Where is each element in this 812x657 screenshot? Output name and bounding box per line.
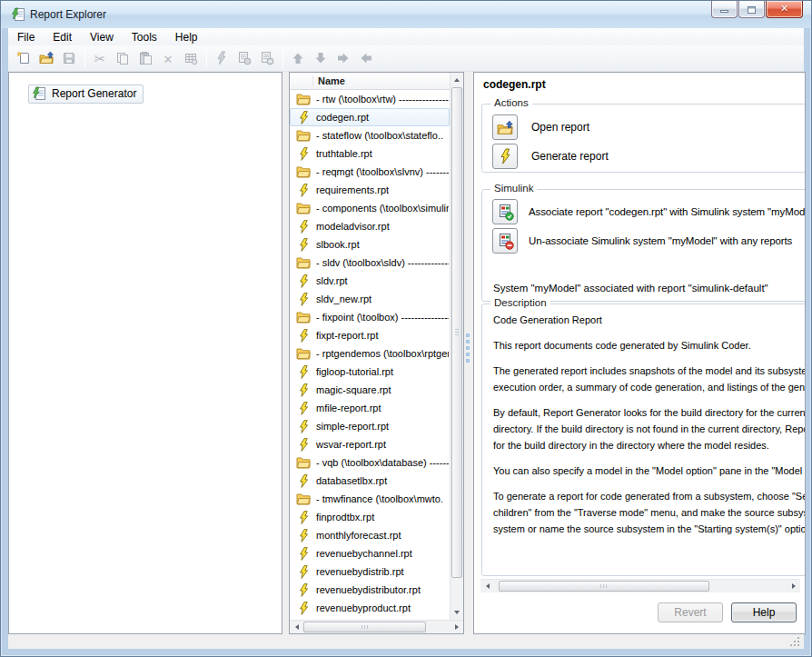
move-up-button[interactable] [287, 47, 309, 69]
description-group: Description Code Generation ReportThis r… [481, 304, 806, 576]
title-bar[interactable]: Report Explorer [1, 1, 811, 28]
copy-button[interactable] [112, 47, 134, 69]
description-line-you-can-also-specify-a-model-in-the-model-option-pane-in-the-model-loop: You can also specify a model in the "Mod… [493, 465, 806, 482]
report-bolt-icon [295, 238, 312, 252]
help-button[interactable]: Help [731, 602, 797, 622]
list-item[interactable]: simple-report.rpt [290, 417, 450, 435]
list-item[interactable]: monthlyforecast.rpt [290, 526, 450, 544]
panel-splitter[interactable] [466, 333, 470, 363]
list-item[interactable]: magic-square.rpt [290, 381, 450, 399]
toolbar-separator [206, 50, 207, 67]
list-item-label: sldv_new.rpt [316, 294, 371, 304]
close-button[interactable]: ✕ [766, 1, 803, 18]
list-item[interactable]: sldv_new.rpt [290, 290, 450, 308]
move-right-button[interactable] [332, 47, 354, 69]
list-item[interactable]: truthtable.rpt [290, 144, 450, 163]
description-line-execution-order-a-summary-of-code-generation-and-listings-of-the-generated: execution order, a summary of code gener… [493, 382, 806, 398]
associate-report-button[interactable] [233, 47, 255, 69]
list-horizontal-scrollbar[interactable] [290, 620, 463, 633]
menu-item-view[interactable]: View [81, 29, 123, 45]
list-item[interactable]: fixpt-report.rpt [290, 326, 450, 344]
description-line [493, 456, 806, 465]
edit-table-button[interactable] [180, 47, 202, 69]
maximize-button[interactable] [738, 1, 765, 18]
report-generator-icon [32, 86, 46, 101]
detail-title: codegen.rpt [483, 78, 546, 91]
client-area: Report Generator Name - rtw (\toolbox\rt… [8, 72, 804, 649]
generate-report-button[interactable] [211, 47, 233, 69]
list-item[interactable]: codegen.rpt [290, 108, 450, 126]
copy-icon [115, 51, 130, 65]
tree-node-report-generator[interactable]: Report Generator [28, 85, 144, 104]
detail-horizontal-scrollbar[interactable] [480, 579, 800, 592]
vertical-scrollbar-thumb[interactable] [451, 87, 462, 578]
resize-grip[interactable] [789, 636, 800, 647]
description-line [493, 356, 806, 365]
generate-report-action-button[interactable] [492, 144, 518, 169]
delete-button[interactable] [157, 47, 179, 69]
new-report-button[interactable] [13, 47, 35, 69]
horizontal-scrollbar-thumb[interactable] [303, 622, 426, 632]
associate-report-icon [496, 203, 514, 221]
menu-item-file[interactable]: File [8, 29, 44, 45]
list-item[interactable]: - vqb (\toolbox\database) ------- [290, 453, 450, 472]
list-item-label: revenuebydistrib.rpt [316, 566, 404, 577]
list-item[interactable]: slbook.rpt [290, 235, 450, 254]
list-item[interactable]: mfile-report.rpt [290, 399, 450, 417]
list-vertical-scrollbar[interactable] [450, 73, 463, 620]
list-item[interactable]: - tmwfinance (\toolbox\mwto. [290, 490, 450, 508]
move-left-button[interactable] [355, 47, 377, 69]
list-item[interactable]: - fixpoint (\toolbox) ---------------- [290, 308, 450, 326]
unassociate-report-label: Un-associate Simulink system "myModel" w… [529, 235, 792, 246]
list-item[interactable]: - reqmgt (\toolbox\slvnv) --------- [290, 163, 450, 181]
list-item[interactable]: databasetlbx.rpt [290, 472, 450, 490]
list-item[interactable]: - sldv (\toolbox\sldv) --------------- [290, 254, 450, 272]
association-status: System "myModel" associated with report … [493, 283, 768, 294]
move-down-button[interactable] [310, 47, 332, 69]
revert-button[interactable]: Revert [658, 602, 723, 622]
list-item[interactable]: - stateflow (\toolbox\stateflo.. [290, 126, 450, 144]
menu-item-help[interactable]: Help [166, 29, 207, 45]
list-item[interactable]: sldv.rpt [290, 272, 450, 290]
associate-report-button[interactable] [492, 199, 518, 224]
list-item[interactable]: wsvar-report.rpt [290, 435, 450, 453]
menu-item-tools[interactable]: Tools [123, 29, 166, 45]
minimize-button[interactable] [711, 1, 738, 18]
cut-button[interactable] [89, 47, 111, 69]
save-icon [62, 51, 76, 65]
list-item[interactable]: finprodtbx.rpt [290, 508, 450, 526]
list-column-header[interactable]: Name [290, 73, 450, 90]
list-item[interactable]: requirements.rpt [290, 181, 450, 199]
report-bolt-icon [295, 565, 312, 579]
list-item[interactable]: revenuebydistrib.rpt [290, 562, 450, 581]
description-line-directory-if-the-build-directory-is-not-found-in-the-current-directory-report: directory. If the build directory is not… [493, 423, 806, 440]
scroll-down-icon[interactable] [451, 605, 463, 620]
report-bolt-icon [295, 547, 312, 561]
list-item[interactable]: - rtw (\toolbox\rtw) -------------------… [290, 90, 450, 108]
list-item[interactable]: modeladvisor.rpt [290, 217, 450, 235]
report-bolt-icon [295, 402, 312, 415]
scroll-left-icon[interactable] [480, 580, 494, 592]
unassociate-report-button[interactable] [256, 47, 278, 69]
paste-button[interactable] [134, 47, 156, 69]
list-item[interactable]: - rptgendemos (\toolbox\rptgen) [290, 344, 450, 363]
unassociate-report-button[interactable] [492, 228, 518, 254]
list-item[interactable]: revenuebychannel.rpt [290, 544, 450, 562]
horizontal-scrollbar-thumb[interactable] [499, 581, 709, 592]
save-report-button[interactable] [58, 47, 80, 69]
scroll-right-icon[interactable] [450, 621, 463, 633]
menu-item-edit[interactable]: Edit [44, 29, 81, 45]
list-item[interactable]: revenuebydistributor.rpt [290, 581, 450, 599]
scroll-right-icon[interactable] [787, 580, 800, 592]
scroll-left-icon[interactable] [290, 621, 303, 633]
scroll-up-icon[interactable] [451, 73, 463, 87]
list-item[interactable]: figloop-tutorial.rpt [290, 363, 450, 381]
open-report-button[interactable] [35, 47, 57, 69]
list-item[interactable]: - components (\toolbox\simulink) [290, 199, 450, 217]
open-report-action-button[interactable] [492, 114, 518, 140]
folder-icon [295, 93, 312, 105]
report-bolt-icon [295, 111, 312, 124]
report-bolt-icon [295, 383, 312, 397]
unassociate-report-icon [260, 51, 274, 65]
list-item[interactable]: revenuebyproduct.rpt [290, 599, 450, 617]
